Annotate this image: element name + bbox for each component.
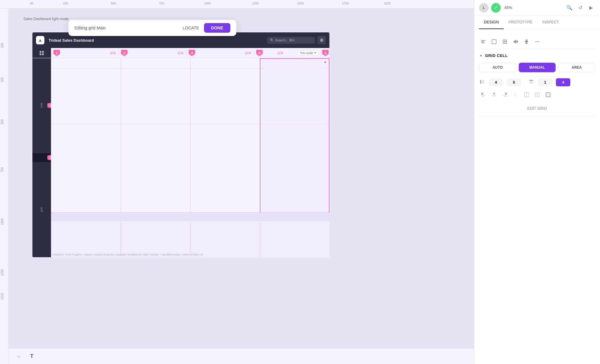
frame-title: Trideal Sales Dashboard [49,38,265,43]
done-button[interactable]: DONE [204,23,230,33]
auto-option-btn[interactable]: AUTO [479,63,516,72]
svg-rect-23 [530,80,533,81]
ruler-tick: 1000 [204,2,211,5]
col-start-value[interactable]: 4 [489,78,503,86]
row-end-value[interactable]: 4 [556,78,570,86]
cell-align-bl-icon[interactable] [512,91,520,99]
align-center-icon[interactable] [490,37,498,46]
cell-align-tl-icon[interactable] [479,91,488,99]
play-icon[interactable]: ▶ [587,4,595,12]
col-badge-4: 4 [256,50,263,56]
svg-rect-42 [546,93,550,97]
distribute-h-icon[interactable] [512,37,520,46]
cell-align-bc-icon[interactable] [522,91,531,99]
col-start-row: 4 5 1 4 [479,78,595,86]
svg-rect-24 [530,82,533,83]
svg-rect-16 [526,43,527,44]
ruler-tick: 1750 [342,2,349,5]
svg-rect-12 [515,40,516,43]
ruler-tick: 500 [111,2,116,5]
col-headers: 1 1FR 2 1FR 3 1FR 4 1FR [32,48,329,58]
canvas-frame: ▲ Trideal Sales Dashboard 🔍 Search... ⌘K… [32,32,329,257]
more-icon[interactable] [533,37,542,46]
row-start-value[interactable]: 1 [538,78,552,86]
selected-grid-cell[interactable]: Ie [260,58,329,221]
tab-inspect[interactable]: INSPECT [537,16,564,29]
ruler-tick-v: 750 [1,167,4,172]
tab-prototype[interactable]: PROTOTYPE [504,16,537,29]
ruler-tick-v: 1000 [1,218,4,225]
row-1-header: 1FR 1 [32,58,51,153]
panel-content: ▼ GRID CELL AUTO MANUAL AREA 4 5 [474,29,600,364]
grid-overlay: 1 1FR 2 1FR 3 1FR 4 1FR [32,48,329,257]
svg-rect-22 [484,80,484,84]
tab-design[interactable]: DESIGN [479,16,504,29]
frame-logo: ▲ [36,36,44,44]
ruler-tick: 1925 [384,2,391,5]
col-fr-1: 1FR [110,51,116,55]
svg-rect-32 [505,93,507,95]
colophon: Colophon: Font: Poppins. Avatars created… [52,253,203,256]
ruler-tick-v: 1319 [1,293,4,300]
svg-rect-3 [42,53,44,55]
cell-options: AUTO MANUAL AREA [479,63,595,72]
svg-rect-26 [481,93,483,95]
ruler-tick: 1250 [252,2,259,5]
svg-rect-2 [40,53,41,55]
align-left-icon[interactable] [479,37,488,46]
row-4-separator [51,212,329,221]
area-option-btn[interactable]: AREA [558,63,595,72]
right-panel: L ✓ 45% 🔍 ↺ ▶ DESIGN PROTOTYPE INSPECT [474,0,600,364]
panel-header: L ✓ 45% 🔍 ↺ ▶ [474,0,600,16]
col-badge-3: 3 [189,50,195,56]
ruler-tick-v: 180 [1,43,4,48]
cell-align-tr-icon[interactable] [501,91,509,99]
divider [479,116,595,116]
circle-tool-icon[interactable]: ○ [14,352,23,361]
grid-line-v5 [190,221,190,257]
col-fr-4: 1FR [277,51,284,55]
grid-body: 1FR 1 4 1FR [32,58,329,257]
svg-rect-1 [42,51,44,53]
svg-rect-30 [492,95,496,96]
svg-rect-27 [481,95,485,96]
cell-align-stretch-icon[interactable] [544,91,552,99]
ruler-tick-v: 1250 [1,269,4,276]
col-1: 1 1FR [51,50,118,56]
col-fr-3: 1FR [245,51,251,55]
cell-align-br-icon[interactable] [533,91,542,99]
ruler-tick-v: 320 [1,77,4,82]
row-headers: 1FR 1 4 1FR [32,58,51,257]
svg-rect-6 [481,43,485,43]
panel-header-icons: 🔍 ↺ ▶ [565,4,595,12]
this-month-badge[interactable]: This month ▼ [298,51,319,55]
distribute-v-icon[interactable] [522,37,531,46]
frame-search[interactable]: 🔍 Search... ⌘K [267,37,315,44]
left-ruler: 180 320 500 750 1000 1250 1319 [0,8,8,364]
section-title: GRID CELL [485,53,508,58]
svg-rect-15 [525,41,528,42]
frame-icon-btn[interactable]: ⚙ [317,36,326,44]
col-badge-2: 2 [121,50,128,56]
manual-option-btn[interactable]: MANUAL [519,63,556,72]
alignment-icons-top [479,35,595,49]
history-icon[interactable]: ↺ [576,4,584,12]
svg-rect-13 [517,41,518,43]
panel-tabs: DESIGN PROTOTYPE INSPECT [474,16,600,29]
align-right-icon[interactable] [501,37,509,46]
locate-button[interactable]: LOCATE [183,25,199,30]
row-2-header: 4 [32,153,51,163]
row-1-fr: 1FR [40,103,43,108]
col-end-value[interactable]: 5 [507,78,521,86]
svg-rect-4 [481,40,485,41]
grid-line-v6 [260,221,260,257]
cell-align-tc-icon[interactable] [490,91,498,99]
cell-align-row [479,91,595,99]
text-tool-icon[interactable]: T [28,352,36,361]
svg-rect-29 [493,93,495,94]
edit-grid-button[interactable]: EDIT GRID [479,103,595,114]
svg-rect-25 [530,83,533,84]
svg-rect-14 [526,40,527,41]
search-panel-icon[interactable]: 🔍 [565,4,574,12]
col-badge-1: 1 [53,50,60,56]
